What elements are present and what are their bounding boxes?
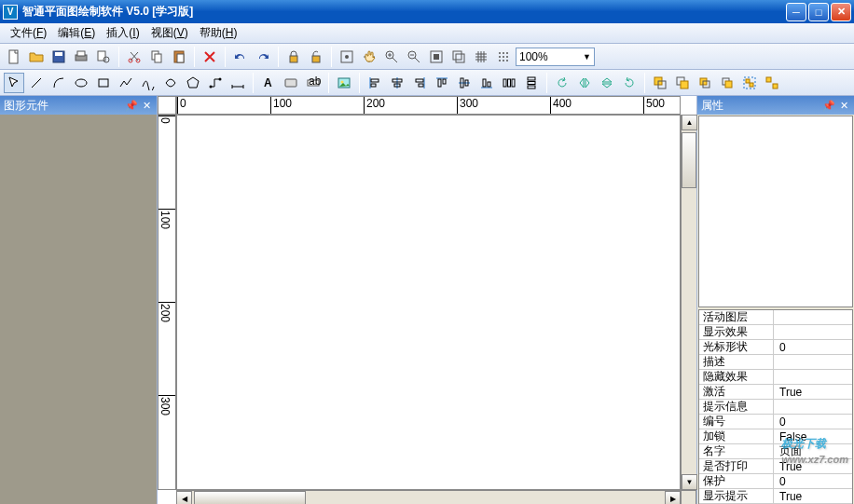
cut-button[interactable] xyxy=(124,47,145,67)
save-button[interactable] xyxy=(48,47,69,67)
align-top-button[interactable] xyxy=(432,73,452,93)
pin-icon[interactable]: 📌 xyxy=(125,99,138,112)
align-left-button[interactable] xyxy=(365,73,385,93)
shape-properties-button[interactable] xyxy=(337,47,357,67)
svg-rect-77 xyxy=(750,83,753,87)
properties-panel: 属性 📌 ✕ 活动图层显示效果光标形状0描述隐藏效果激活True提示信息编号0加… xyxy=(696,96,854,504)
undo-button[interactable] xyxy=(230,47,251,67)
send-back-button[interactable] xyxy=(672,73,693,93)
scroll-up-button[interactable]: ▲ xyxy=(682,115,697,130)
curve-tool[interactable] xyxy=(138,73,158,93)
text-tool[interactable]: A xyxy=(258,73,279,93)
ellipse-tool[interactable] xyxy=(71,73,91,93)
lock-button[interactable] xyxy=(283,47,304,67)
polygon-tool[interactable] xyxy=(183,73,203,93)
layers-button[interactable] xyxy=(448,47,469,67)
send-backward-button[interactable] xyxy=(717,73,737,93)
pan-button[interactable] xyxy=(359,47,379,67)
close-panel-icon[interactable]: ✕ xyxy=(140,99,153,112)
print-preview-button[interactable] xyxy=(93,47,114,67)
rotate-ccw-button[interactable] xyxy=(619,73,640,93)
ungroup-button[interactable] xyxy=(762,73,782,93)
svg-point-35 xyxy=(210,85,213,88)
redo-button[interactable] xyxy=(253,47,273,67)
button-tool[interactable] xyxy=(281,73,301,93)
menu-view[interactable]: 视图(V) xyxy=(145,22,194,44)
close-button[interactable]: ✕ xyxy=(831,3,851,21)
properties-panel-header: 属性 📌 ✕ xyxy=(697,96,854,115)
copy-button[interactable] xyxy=(146,47,167,67)
property-row[interactable]: 加锁False xyxy=(699,429,852,444)
shapes-panel-body xyxy=(0,115,157,504)
flip-h-button[interactable] xyxy=(574,73,595,93)
scroll-left-button[interactable]: ◀ xyxy=(176,491,192,504)
distribute-v-button[interactable] xyxy=(521,73,542,93)
group-button[interactable] xyxy=(739,73,760,93)
open-button[interactable] xyxy=(26,47,47,67)
dots-button[interactable] xyxy=(493,47,514,67)
vertical-ruler[interactable]: 0 100 200 300 xyxy=(158,115,176,490)
vertical-scrollbar[interactable]: ▲ ▼ xyxy=(681,115,696,490)
svg-rect-59 xyxy=(483,79,486,87)
distribute-h-button[interactable] xyxy=(499,73,519,93)
svg-rect-74 xyxy=(725,81,732,88)
align-center-v-button[interactable] xyxy=(454,73,475,93)
closed-curve-tool[interactable] xyxy=(160,73,181,93)
flip-v-button[interactable] xyxy=(597,73,617,93)
menu-edit[interactable]: 编辑(E) xyxy=(52,22,101,44)
unlock-button[interactable] xyxy=(306,47,326,67)
connector-tool[interactable] xyxy=(205,73,226,93)
drawing-canvas[interactable] xyxy=(176,115,681,490)
zoom-in-button[interactable] xyxy=(381,47,402,67)
svg-point-29 xyxy=(499,60,501,61)
property-row[interactable]: 活动图层 xyxy=(699,310,852,325)
minimize-button[interactable]: ─ xyxy=(786,3,806,21)
menu-file[interactable]: 文件(F) xyxy=(5,22,52,44)
property-row[interactable]: 显示效果 xyxy=(699,325,852,340)
pin-icon[interactable]: 📌 xyxy=(822,99,835,112)
arc-tool[interactable] xyxy=(48,73,69,93)
property-row[interactable]: 是否打印True xyxy=(699,459,852,474)
zoom-combo[interactable]: 100%▼ xyxy=(516,48,595,66)
pointer-tool[interactable] xyxy=(4,73,24,93)
property-row[interactable]: 名字页面 xyxy=(699,444,852,459)
property-row[interactable]: 编号0 xyxy=(699,415,852,429)
properties-grid[interactable]: 活动图层显示效果光标形状0描述隐藏效果激活True提示信息编号0加锁False名… xyxy=(698,309,853,504)
property-row[interactable]: 显示提示True xyxy=(699,489,852,504)
rotate-cw-button[interactable] xyxy=(552,73,572,93)
align-center-h-button[interactable] xyxy=(387,73,407,93)
property-row[interactable]: 保护0 xyxy=(699,474,852,489)
svg-rect-65 xyxy=(528,81,535,84)
app-icon: V xyxy=(3,5,18,20)
property-row[interactable]: 光标形状0 xyxy=(699,340,852,355)
fit-page-button[interactable] xyxy=(426,47,447,67)
property-row[interactable]: 激活True xyxy=(699,385,852,400)
menu-insert[interactable]: 插入(I) xyxy=(101,22,145,44)
image-tool[interactable] xyxy=(334,73,354,93)
dimension-tool[interactable] xyxy=(227,73,248,93)
scroll-right-button[interactable]: ▶ xyxy=(665,491,681,504)
close-panel-icon[interactable]: ✕ xyxy=(837,99,850,112)
property-row[interactable]: 隐藏效果 xyxy=(699,370,852,385)
bring-front-button[interactable] xyxy=(650,73,670,93)
grid-button[interactable] xyxy=(471,47,491,67)
maximize-button[interactable]: □ xyxy=(808,3,829,21)
new-button[interactable] xyxy=(4,47,24,67)
paste-button[interactable] xyxy=(169,47,189,67)
menu-help[interactable]: 帮助(H) xyxy=(194,22,243,44)
align-bottom-button[interactable] xyxy=(476,73,497,93)
polyline-tool[interactable] xyxy=(116,73,136,93)
print-button[interactable] xyxy=(71,47,91,67)
rectangle-tool[interactable] xyxy=(93,73,114,93)
zoom-out-button[interactable] xyxy=(404,47,424,67)
horizontal-ruler[interactable]: 0 100 200 300 400 500 xyxy=(176,96,681,115)
property-row[interactable]: 提示信息 xyxy=(699,400,852,415)
align-right-button[interactable] xyxy=(409,73,430,93)
edit-tool[interactable]: ab| xyxy=(303,73,324,93)
line-tool[interactable] xyxy=(26,73,47,93)
horizontal-scrollbar[interactable]: ◀ ▶ xyxy=(176,490,681,504)
property-row[interactable]: 描述 xyxy=(699,355,852,370)
bring-forward-button[interactable] xyxy=(695,73,715,93)
delete-button[interactable] xyxy=(200,47,220,67)
scroll-down-button[interactable]: ▼ xyxy=(682,474,697,490)
